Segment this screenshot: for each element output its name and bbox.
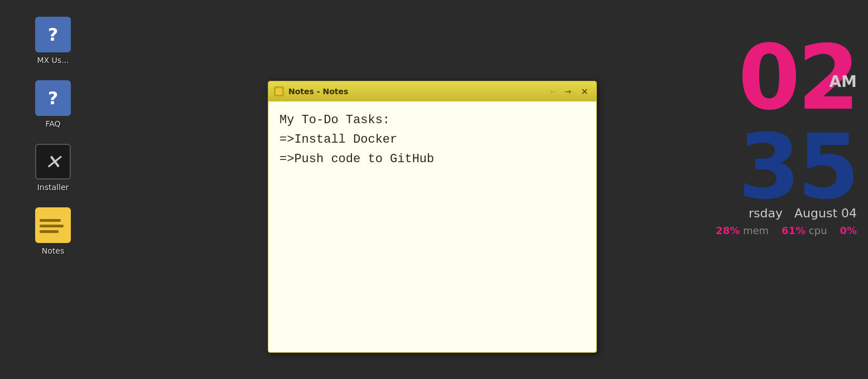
sticky-line-2 [40, 225, 64, 227]
titlebar-note-icon [274, 86, 284, 96]
mem-label: mem [743, 225, 769, 236]
desktop-icon-mx-user[interactable]: ? MX Us... [17, 17, 89, 65]
installer-label: Installer [37, 183, 69, 192]
notes-text: My To-Do Tasks: =>Install Docker =>Push … [279, 110, 585, 169]
titlebar-note-inner [276, 88, 282, 95]
faq-label: FAQ [45, 119, 60, 128]
mx-user-icon-image: ? [35, 17, 71, 52]
back-button[interactable]: ← [547, 85, 560, 98]
clock-am-pm: AM [829, 72, 857, 91]
notes-icon-image [35, 207, 71, 243]
notes-window: Notes - Notes ← → ✕ My To-Do Tasks: =>In… [268, 81, 597, 353]
clock-day: rsday [749, 206, 783, 220]
desktop-icon-notes[interactable]: Notes [17, 207, 89, 255]
extra-value: 0% [840, 225, 857, 236]
desktop-icon-installer[interactable]: ✕ Installer [17, 144, 89, 192]
clock-minute: 35 [716, 123, 857, 212]
faq-icon-image: ? [35, 80, 71, 116]
sticky-line-3 [40, 230, 59, 233]
faq-question-mark-icon: ? [48, 88, 59, 109]
notes-icon-label: Notes [42, 246, 64, 255]
mem-value: 28% [716, 225, 740, 236]
notes-content-area[interactable]: My To-Do Tasks: =>Install Docker =>Push … [268, 101, 596, 352]
desktop-icons: ? MX Us... ? FAQ ✕ Installer Notes [17, 17, 89, 255]
notes-sticky-icon [35, 207, 71, 243]
sticky-line-1 [40, 219, 61, 222]
clock-date: rsday August 04 [716, 206, 857, 220]
mx-user-label: MX Us... [37, 56, 69, 65]
installer-icon-image: ✕ [35, 144, 71, 179]
forward-button[interactable]: → [562, 85, 574, 98]
close-button[interactable]: ✕ [578, 85, 591, 98]
installer-x-icon: ✕ [45, 150, 61, 173]
clock-widget: AM 02 35 rsday August 04 28% mem 61% cpu… [716, 33, 868, 236]
clock-stats: 28% mem 61% cpu 0% [716, 225, 857, 236]
notes-window-title: Notes - Notes [288, 87, 543, 96]
desktop-icon-faq[interactable]: ? FAQ [17, 80, 89, 128]
clock-date-value: August 04 [794, 206, 857, 220]
question-mark-icon: ? [48, 24, 59, 45]
cpu-value: 61% [782, 225, 806, 236]
notes-titlebar: Notes - Notes ← → ✕ [268, 81, 596, 101]
titlebar-nav: ← → [547, 85, 574, 98]
cpu-label: cpu [809, 225, 827, 236]
